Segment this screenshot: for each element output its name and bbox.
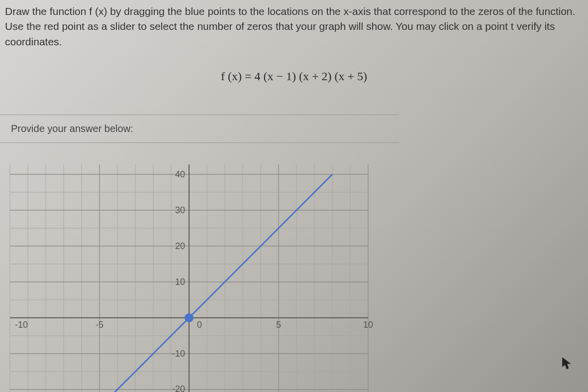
cursor-icon (561, 356, 572, 370)
xtick-0: 0 (197, 320, 202, 330)
xtick-5: 5 (276, 320, 281, 330)
ytick-neg10: -10 (172, 349, 185, 359)
xtick-10: 10 (363, 320, 373, 330)
draggable-point-origin[interactable] (185, 313, 194, 322)
xtick-neg10: -10 (15, 320, 28, 330)
ytick-10: 10 (175, 277, 185, 287)
ytick-40: 40 (175, 169, 185, 179)
function-equation: f (x) = 4 (x − 1) (x + 2) (x + 5) (0, 70, 588, 83)
question-instructions: Draw the function f (x) by dragging the … (5, 4, 583, 49)
answer-label: Provide your answer below: (11, 123, 388, 134)
ytick-neg20: -20 (172, 384, 185, 392)
graph-area[interactable]: -10 -5 0 5 10 40 30 20 10 -10 -20 (0, 159, 388, 392)
ytick-30: 30 (175, 205, 185, 215)
xtick-neg5: -5 (96, 320, 103, 330)
ytick-20: 20 (175, 241, 185, 251)
answer-section: Provide your answer below: (0, 115, 399, 143)
coordinate-plane[interactable]: -10 -5 0 5 10 40 30 20 10 -10 -20 (0, 159, 388, 392)
